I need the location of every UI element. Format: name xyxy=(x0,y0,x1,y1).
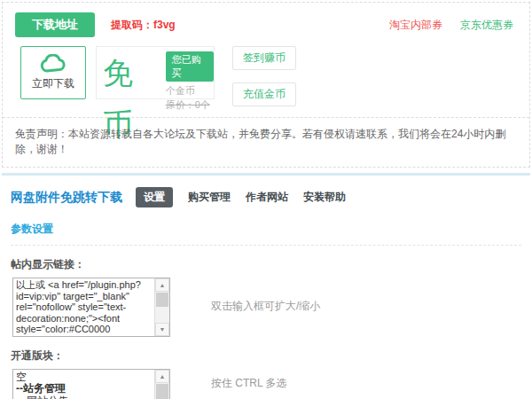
list-item[interactable]: --站务管理 xyxy=(13,383,154,395)
link-textarea-frame: 以上或 <a href="/plugin.php?id=vip:vip" tar… xyxy=(12,278,170,337)
free-coin-label: 免币 xyxy=(103,47,161,98)
forum-select-label: 开通版块： xyxy=(11,348,521,364)
coin-price-box: 免币 您已购买 个金币 原价：0个 xyxy=(96,46,215,99)
tab-author-website[interactable]: 作者网站 xyxy=(246,190,288,205)
download-now-button[interactable]: 立即下载 xyxy=(20,46,86,99)
tab-install-help[interactable]: 安装帮助 xyxy=(303,190,346,205)
link-field-label: 帖内显示链接： xyxy=(11,257,521,272)
plugin-settings-panel: 网盘附件免跳转下载 设置 购买管理 作者网站 安装帮助 参数设置 帖内显示链接：… xyxy=(2,173,530,399)
signin-earn-coins-button[interactable]: 签到赚币 xyxy=(232,46,296,70)
textarea-resize-hint: 双击输入框可扩大/缩小 xyxy=(211,299,320,314)
panel-title: 网盘附件免跳转下载 xyxy=(11,190,122,206)
download-section: 下载地址 提取码：f3vg 淘宝内部券 京东优惠券 立即下载 免币 您已购买 个… xyxy=(2,2,530,168)
purchased-badge: 您已购买 xyxy=(166,51,214,82)
list-item[interactable]: 网站公告 xyxy=(13,395,154,399)
scrollbar-thumb[interactable] xyxy=(156,384,168,399)
page: 下载地址 提取码：f3vg 淘宝内部券 京东优惠券 立即下载 免币 您已购买 个… xyxy=(0,0,532,399)
multiselect-ctrl-hint: 按住 CTRL 多选 xyxy=(211,376,287,391)
tab-purchase-management[interactable]: 购买管理 xyxy=(188,190,231,205)
cloud-download-icon xyxy=(40,54,66,74)
download-address-button[interactable]: 下载地址 xyxy=(15,12,95,37)
textarea-scrollbar[interactable]: ▲ ▼ xyxy=(154,278,169,336)
scroll-up-icon[interactable]: ▲ xyxy=(155,370,169,383)
scroll-up-icon[interactable]: ▲ xyxy=(155,278,169,292)
list-item[interactable]: 空 xyxy=(13,372,154,383)
recharge-coins-button[interactable]: 充值金币 xyxy=(232,82,296,106)
download-header-row: 下载地址 提取码：f3vg 淘宝内部券 京东优惠券 xyxy=(3,3,529,43)
scroll-down-icon[interactable]: ▼ xyxy=(155,323,169,336)
tab-settings[interactable]: 设置 xyxy=(136,187,173,207)
download-widgets-row: 立即下载 免币 您已购买 个金币 原价：0个 签到赚币 充值金币 xyxy=(3,43,529,117)
list-scrollbar[interactable]: ▲ ▼ xyxy=(154,370,169,399)
download-now-label: 立即下载 xyxy=(32,76,74,91)
section-title-parameters: 参数设置 xyxy=(11,222,521,246)
link-code-textarea[interactable]: 以上或 <a href="/plugin.php?id=vip:vip" tar… xyxy=(13,278,154,336)
original-price-text: 原价：0个 xyxy=(166,98,214,112)
scrollbar-thumb[interactable] xyxy=(156,293,168,307)
jd-coupon-link[interactable]: 京东优惠券 xyxy=(460,18,513,33)
forum-multiselect: 空 --站务管理 网站公告 『投诉|建议|求助』 --爱客CMS专区 模板发布 … xyxy=(12,369,170,399)
extract-code-text: 提取码：f3vg xyxy=(111,18,176,33)
forum-select-row: 空 --站务管理 网站公告 『投诉|建议|求助』 --爱客CMS专区 模板发布 … xyxy=(2,369,530,399)
coin-unit-text: 个金币 xyxy=(166,84,214,98)
coin-action-buttons: 签到赚币 充值金币 xyxy=(232,46,296,106)
disclaimer-text: 免责声明：本站资源转载自各大论坛及下载站，并免费分享。若有侵权请速联系，我们将会… xyxy=(3,117,529,167)
panel-header: 网盘附件免跳转下载 设置 购买管理 作者网站 安装帮助 xyxy=(2,176,530,215)
link-field-row: 以上或 <a href="/plugin.php?id=vip:vip" tar… xyxy=(2,278,530,337)
coin-details: 您已购买 个金币 原价：0个 xyxy=(166,47,214,98)
forum-option-list: 空 --站务管理 网站公告 『投诉|建议|求助』 --爱客CMS专区 模板发布 … xyxy=(13,370,154,399)
taobao-coupon-link[interactable]: 淘宝内部券 xyxy=(389,18,442,33)
